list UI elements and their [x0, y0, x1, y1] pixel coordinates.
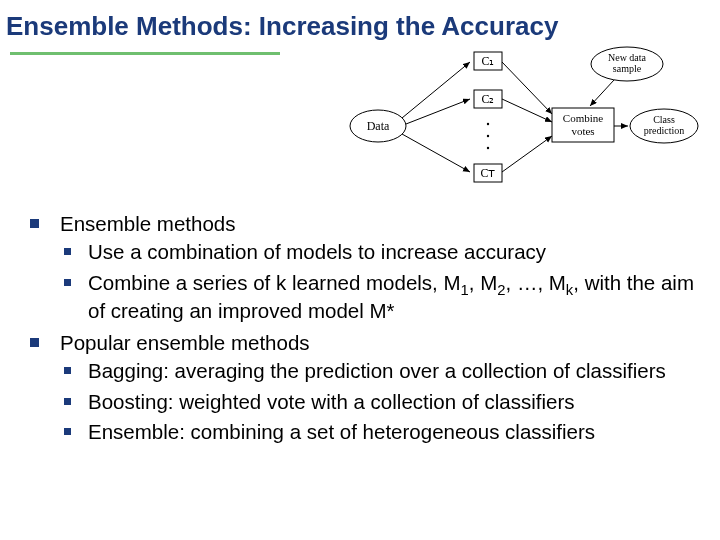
svg-text:prediction: prediction [644, 125, 685, 136]
bullet-text: Popular ensemble methods [60, 331, 310, 354]
svg-point-4 [487, 135, 489, 137]
svg-text:Combine: Combine [563, 112, 603, 124]
svg-line-19 [590, 80, 614, 106]
svg-text:sample: sample [613, 63, 642, 74]
svg-point-5 [487, 147, 489, 149]
svg-text:Class: Class [653, 114, 675, 125]
svg-text:votes: votes [571, 125, 594, 137]
bullet-text: Ensemble: combining a set of heterogeneo… [88, 420, 595, 443]
sub-bullet: Bagging: averaging the prediction over a… [60, 357, 696, 385]
svg-line-15 [502, 136, 552, 172]
data-node-label: Data [367, 119, 390, 133]
svg-line-14 [502, 99, 552, 122]
classifier-k-label: Cᴛ [480, 166, 495, 180]
bullet-ensemble-methods: Ensemble methods Use a combination of mo… [30, 210, 696, 325]
svg-line-7 [402, 62, 470, 118]
svg-line-13 [502, 62, 552, 114]
bullet-text: Bagging: averaging the prediction over a… [88, 359, 666, 382]
svg-line-8 [406, 99, 470, 124]
sub-bullet: Ensemble: combining a set of heterogeneo… [60, 418, 696, 446]
svg-point-3 [487, 123, 489, 125]
svg-text:New data: New data [608, 52, 647, 63]
sub-bullet: Combine a series of k learned models, M1… [60, 269, 696, 326]
bullet-text: Use a combination of models to increase … [88, 240, 546, 263]
bullet-text: Ensemble methods [60, 212, 235, 235]
ensemble-diagram: Data C₁ C₂ Cᴛ Comb [342, 44, 702, 209]
classifier-1-label: C₁ [481, 54, 494, 68]
content-area: Ensemble methods Use a combination of mo… [30, 210, 696, 450]
slide: Ensemble Methods: Increasing the Accurac… [0, 0, 720, 540]
bullet-text: Boosting: weighted vote with a collectio… [88, 390, 575, 413]
bullet-text: Combine a series of k learned models, M1… [88, 271, 694, 322]
classifier-2-label: C₂ [481, 92, 494, 106]
bullet-popular-methods: Popular ensemble methods Bagging: averag… [30, 329, 696, 446]
slide-title: Ensemble Methods: Increasing the Accurac… [0, 0, 720, 44]
sub-bullet: Use a combination of models to increase … [60, 238, 696, 266]
sub-bullet: Boosting: weighted vote with a collectio… [60, 388, 696, 416]
title-underline [10, 52, 280, 55]
svg-line-9 [402, 134, 470, 172]
